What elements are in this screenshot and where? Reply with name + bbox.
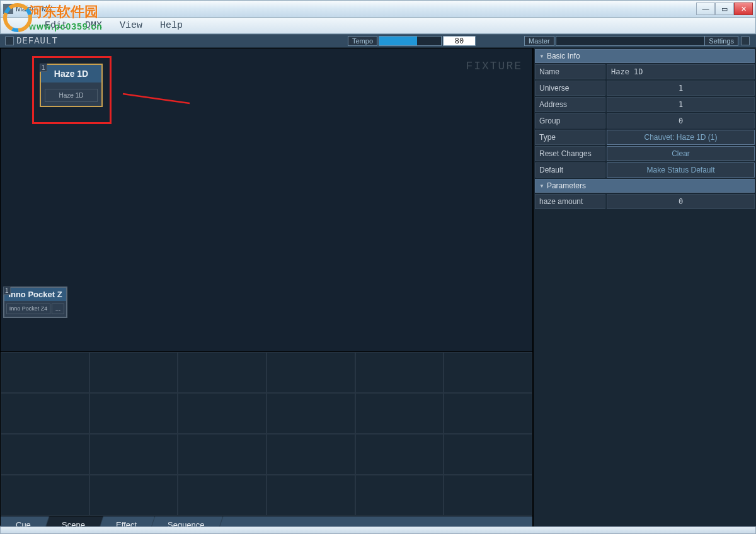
- basic-info-header[interactable]: ▼ Basic Info: [535, 49, 755, 63]
- prop-address-value[interactable]: 1: [607, 97, 755, 112]
- prop-universe-label: Universe: [535, 81, 605, 96]
- svg-line-3: [123, 94, 190, 143]
- fixture-tile-sub[interactable]: Inno Pocket Z4: [6, 304, 50, 314]
- app-icon: [3, 4, 13, 14]
- fixture-corner-index: 1: [40, 64, 47, 72]
- prop-type-label: Type: [535, 130, 605, 145]
- menu-view[interactable]: View: [120, 20, 142, 31]
- master-label[interactable]: Master: [524, 36, 554, 46]
- prop-type-button[interactable]: Chauvet: Haze 1D (1): [607, 130, 755, 145]
- fixture-canvas[interactable]: FIXTURE 1 Haze 1D Haze 1D 1 Inno Pocket …: [1, 48, 532, 352]
- fixture-tile-sub[interactable]: Haze 1D: [45, 89, 98, 102]
- fixture-tile-title: Haze 1D: [41, 65, 101, 82]
- fixture-corner-index: 1: [3, 287, 11, 295]
- prop-name-label: Name: [535, 64, 605, 79]
- toolbar: DEFAULT Tempo 80 Master Settings: [0, 34, 756, 48]
- fixture-tile-haze[interactable]: 1 Haze 1D Haze 1D: [40, 64, 103, 107]
- make-default-button[interactable]: Make Status Default: [607, 162, 755, 178]
- prop-default-label: Default: [535, 162, 605, 178]
- clear-button[interactable]: Clear: [607, 146, 755, 161]
- fixture-tile-title: Inno Pocket Z: [4, 288, 66, 301]
- param-haze-value[interactable]: 0: [607, 194, 755, 209]
- parameters-title: Parameters: [547, 181, 586, 190]
- canvas-watermark: FIXTURE: [466, 60, 522, 72]
- prop-address-label: Address: [535, 97, 605, 112]
- settings-checkbox[interactable]: [741, 37, 750, 45]
- properties-panel: ▼ Basic Info Name Haze 1D Universe 1 Add…: [533, 48, 756, 534]
- tempo-value[interactable]: 80: [443, 36, 476, 46]
- basic-info-title: Basic Info: [547, 52, 580, 60]
- minimize-button[interactable]: —: [696, 3, 715, 15]
- fixture-tile-more[interactable]: ...: [52, 304, 64, 314]
- close-button[interactable]: ✕: [734, 3, 753, 15]
- param-haze-label: haze amount: [535, 194, 605, 209]
- menu-dmx[interactable]: DMX: [85, 20, 102, 31]
- main-area: FIXTURE 1 Haze 1D Haze 1D 1 Inno Pocket …: [0, 48, 533, 534]
- collapse-icon: ▼: [539, 54, 544, 59]
- fixture-tile-inno[interactable]: 1 Inno Pocket Z Inno Pocket Z4 ...: [3, 287, 67, 318]
- timeline-grid[interactable]: [1, 352, 532, 516]
- project-checkbox[interactable]: [5, 37, 14, 45]
- prop-universe-value[interactable]: 1: [607, 81, 755, 96]
- prop-group-value[interactable]: 0: [607, 113, 755, 128]
- prop-name-value[interactable]: Haze 1D: [607, 64, 755, 79]
- menu-edit[interactable]: Edit: [45, 20, 67, 31]
- window-title: MaizeDMX: [16, 4, 53, 13]
- menu-bar: Edit DMX View Help: [0, 18, 756, 34]
- tempo-slider[interactable]: [379, 36, 442, 46]
- parameters-header[interactable]: ▼ Parameters: [535, 179, 755, 193]
- status-bar: [0, 526, 756, 534]
- settings-button[interactable]: Settings: [704, 36, 738, 46]
- tempo-label[interactable]: Tempo: [348, 36, 377, 46]
- prop-group-label: Group: [535, 113, 605, 128]
- title-bar: MaizeDMX — ▭ ✕: [0, 0, 756, 18]
- maximize-button[interactable]: ▭: [715, 3, 734, 15]
- menu-help[interactable]: Help: [160, 20, 183, 31]
- project-name: DEFAULT: [16, 36, 58, 46]
- collapse-icon: ▼: [539, 183, 544, 189]
- prop-reset-label: Reset Changes: [535, 146, 605, 161]
